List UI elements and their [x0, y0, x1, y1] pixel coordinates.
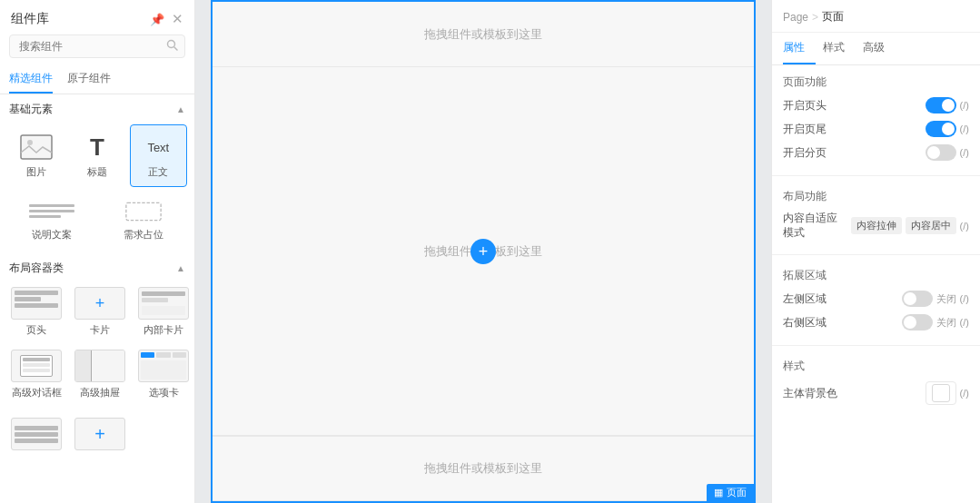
layout-tabs-thumb: [138, 350, 189, 382]
color-swatch[interactable]: [932, 384, 950, 402]
drop-zone-middle[interactable]: 拖拽组件或模板到这里 +: [213, 67, 754, 436]
title-icon: T: [79, 133, 115, 162]
component-desc[interactable]: 说明文案: [7, 191, 95, 250]
right-tab-props[interactable]: 属性: [783, 33, 816, 64]
panel-title: 组件库: [11, 11, 49, 27]
layout-dialog-thumb: [11, 350, 62, 382]
more-list-item[interactable]: [7, 414, 65, 458]
component-text[interactable]: Text 正文: [130, 124, 187, 187]
image-icon: [18, 133, 54, 162]
prop-row-pagination: 开启分页 (/): [783, 144, 969, 161]
expand-areas-title: 拓展区域: [783, 268, 969, 283]
layout-card[interactable]: + 卡片: [71, 283, 129, 340]
layout-drawer[interactable]: 高级抽屉: [71, 346, 129, 403]
layout-header-thumb: [11, 287, 62, 320]
page-badge: ▦ 页面: [707, 484, 754, 501]
prop-row-content-mode: 内容自适应模式 内容拉伸 内容居中 (/): [783, 212, 969, 240]
divider-1: [772, 175, 980, 176]
section-basic-header: 基础元素 ▲: [0, 94, 194, 121]
canvas-area: 拖拽组件或模板到这里 拖拽组件或模板到这里 + 拖拽组件或模板到这里 ▦ 页面: [195, 0, 771, 503]
toggle-left-area[interactable]: [902, 291, 933, 307]
content-mode-suffix: (/): [960, 221, 969, 232]
search-box: [9, 35, 185, 58]
text-label: 正文: [148, 165, 168, 179]
toggle-right-area[interactable]: [902, 314, 933, 330]
prop-row-right-area: 右侧区域 关闭 (/): [783, 314, 969, 330]
drop-zone-bottom-text: 拖拽组件或模板到这里: [424, 460, 542, 477]
layout-functions-section: 布局功能 内容自适应模式 内容拉伸 内容居中 (/): [772, 180, 980, 251]
left-area-suffix: (/): [960, 293, 969, 304]
layout-inner-card[interactable]: 内部卡片: [134, 283, 193, 340]
expand-areas-section: 拓展区域 左侧区域 关闭 (/) 右侧区域 关闭 (/): [772, 259, 980, 341]
svg-point-0: [168, 41, 175, 48]
add-icon: +: [479, 243, 489, 260]
title-t-symbol: T: [90, 135, 104, 159]
tab-featured[interactable]: 精选组件: [9, 65, 53, 94]
drop-zone-bottom[interactable]: 拖拽组件或模板到这里: [213, 436, 754, 501]
svg-point-3: [27, 140, 33, 145]
layout-drawer-thumb: [74, 350, 125, 382]
prop-label-bg-color: 主体背景色: [783, 386, 837, 401]
prop-row-bg-color: 主体背景色 (/): [783, 381, 969, 405]
svg-rect-7: [125, 202, 160, 220]
layout-header[interactable]: 页头: [7, 283, 65, 340]
breadcrumb: Page > 页面: [772, 0, 980, 33]
layout-inner-card-thumb: [138, 287, 189, 320]
component-tabs: 精选组件 原子组件: [0, 65, 194, 94]
layout-dialog[interactable]: 高级对话框: [7, 346, 65, 403]
section-basic-chevron[interactable]: ▲: [176, 104, 185, 114]
prop-controls-content-mode: 内容拉伸 内容居中 (/): [851, 217, 969, 234]
left-panel-scroll: 基础元素 ▲ 图片 T 标题: [0, 94, 194, 503]
component-placeholder[interactable]: 需求占位: [99, 191, 187, 250]
page-badge-text: 页面: [727, 486, 747, 499]
close-icon[interactable]: ✕: [172, 11, 183, 27]
toggle-header-label: (/): [960, 100, 969, 111]
more-items-grid: +: [0, 410, 194, 465]
page-functions-section: 页面功能 开启页头 (/) 开启页尾 (/) 开启分页 (/): [772, 65, 980, 172]
layout-functions-title: 布局功能: [783, 189, 969, 204]
layout-inner-card-label: 内部卡片: [144, 323, 183, 337]
more-add-item[interactable]: +: [71, 414, 129, 458]
svg-rect-6: [29, 215, 61, 218]
breadcrumb-current: 页面: [822, 9, 844, 25]
right-panel: Page > 页面 属性 样式 高级 页面功能 开启页头 (/) 开启页尾 (/…: [771, 0, 980, 503]
tab-atomic[interactable]: 原子组件: [67, 65, 111, 94]
panel-header-icons: 📌 ✕: [150, 11, 183, 27]
prop-label-footer: 开启页尾: [783, 122, 827, 137]
more-add-thumb: +: [74, 418, 125, 450]
prop-row-header: 开启页头 (/): [783, 97, 969, 113]
toggle-header[interactable]: [926, 97, 956, 113]
prop-label-left-area: 左侧区域: [783, 291, 827, 307]
pin-icon[interactable]: 📌: [150, 13, 164, 26]
toggle-footer[interactable]: [926, 121, 956, 137]
styles-section: 样式 主体背景色 (/): [772, 350, 980, 416]
right-tab-advanced[interactable]: 高级: [863, 33, 896, 64]
breadcrumb-separator: >: [812, 11, 818, 24]
section-layout-chevron[interactable]: ▲: [176, 263, 185, 273]
toggle-left-label: 关闭: [936, 292, 956, 306]
component-image[interactable]: 图片: [7, 124, 64, 187]
divider-2: [772, 254, 980, 255]
search-input[interactable]: [9, 35, 185, 58]
desc-label: 说明文案: [32, 228, 72, 242]
right-tabs: 属性 样式 高级: [772, 33, 980, 65]
svg-line-1: [174, 47, 177, 50]
basic-row2-inner: 说明文案 需求占位: [7, 191, 187, 250]
drop-zone-top-text: 拖拽组件或模板到这里: [424, 26, 542, 43]
text-icon: Text: [140, 133, 176, 162]
right-tab-style[interactable]: 样式: [823, 33, 856, 64]
prop-controls-left-area: 关闭 (/): [902, 291, 969, 307]
tag-center[interactable]: 内容居中: [906, 217, 956, 234]
layout-tabs[interactable]: 选项卡: [134, 346, 193, 403]
toggle-pagination[interactable]: [926, 144, 956, 161]
section-layout-header: 布局容器类 ▲: [0, 253, 194, 280]
section-layout-title: 布局容器类: [9, 261, 64, 276]
page-functions-title: 页面功能: [783, 74, 969, 90]
breadcrumb-parent: Page: [783, 11, 808, 24]
prop-controls-bg-color: (/): [926, 381, 969, 405]
drop-zone-top[interactable]: 拖拽组件或模板到这里: [213, 2, 754, 67]
component-title[interactable]: T 标题: [68, 124, 125, 187]
add-component-button[interactable]: +: [470, 239, 496, 264]
tag-stretch[interactable]: 内容拉伸: [851, 217, 902, 234]
divider-3: [772, 345, 980, 346]
